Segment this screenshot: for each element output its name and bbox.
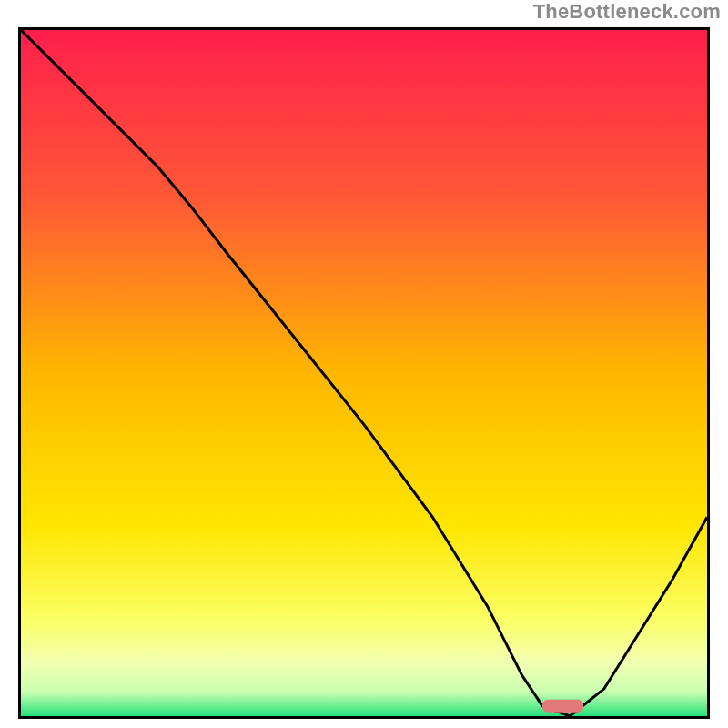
chart-wrapper: TheBottleneck.com [0, 0, 728, 728]
bottleneck-chart [21, 30, 707, 716]
plot-area [18, 27, 710, 719]
watermark-label: TheBottleneck.com [533, 0, 721, 24]
optimal-range-marker [542, 700, 583, 713]
